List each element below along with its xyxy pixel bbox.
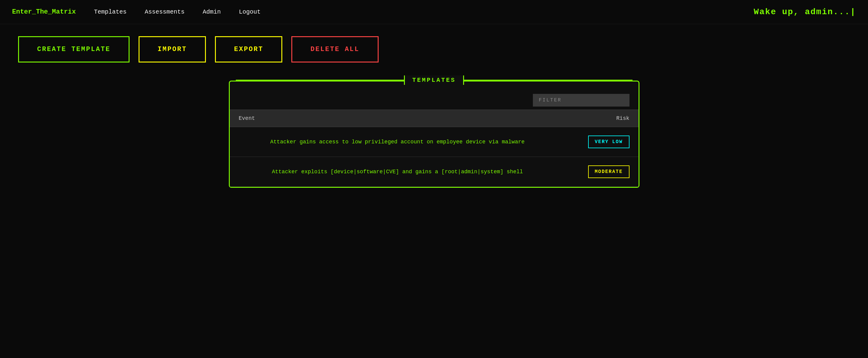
table-row: Attacker gains access to low privileged … [230,127,639,157]
panel-header: TEMPLATES [230,75,639,85]
event-cell: Attacker exploits [device|software|CVE] … [230,157,565,187]
nav-links: Templates Assessments Admin Logout [94,8,753,15]
panel-title: TEMPLATES [404,75,464,85]
table-row: Attacker exploits [device|software|CVE] … [230,157,639,187]
nav-link-admin[interactable]: Admin [203,8,221,15]
header-line-right [464,80,632,80]
nav-link-templates[interactable]: Templates [94,8,126,15]
navbar: Enter_The_Matrix Templates Assessments A… [0,0,868,24]
create-template-button[interactable]: CREATE TEMPLATE [18,36,129,63]
header-line-left [236,80,404,80]
action-buttons: CREATE TEMPLATE IMPORT EXPORT DELETE ALL [18,36,850,63]
delete-all-button[interactable]: DELETE ALL [291,36,378,63]
col-header-risk: Risk [565,110,638,127]
risk-cell-1: VERY LOW [565,127,638,157]
brand-link[interactable]: Enter_The_Matrix [12,8,76,16]
event-text-1: Attacker gains access to low privileged … [239,139,556,145]
risk-cell-2: MODERATE [565,157,638,187]
main-content: CREATE TEMPLATE IMPORT EXPORT DELETE ALL… [0,24,868,200]
col-header-event: Event [230,110,565,127]
nav-link-assessments[interactable]: Assessments [145,8,184,15]
templates-panel: TEMPLATES Event Risk Attacker gains acce… [229,80,640,188]
filter-input[interactable] [533,94,629,106]
filter-row [230,88,639,109]
templates-table: Event Risk Attacker gains access to low … [230,109,639,187]
risk-badge-2[interactable]: MODERATE [588,165,629,178]
table-header: Event Risk [230,110,639,127]
risk-badge-1[interactable]: VERY LOW [588,135,629,148]
table-body: Attacker gains access to low privileged … [230,127,639,187]
cursor: | [850,7,856,17]
import-button[interactable]: IMPORT [138,36,206,63]
nav-greeting: Wake up, admin...| [754,7,856,17]
event-text-2: Attacker exploits [device|software|CVE] … [239,169,556,175]
event-cell: Attacker gains access to low privileged … [230,127,565,157]
export-button[interactable]: EXPORT [215,36,282,63]
nav-link-logout[interactable]: Logout [239,8,260,15]
